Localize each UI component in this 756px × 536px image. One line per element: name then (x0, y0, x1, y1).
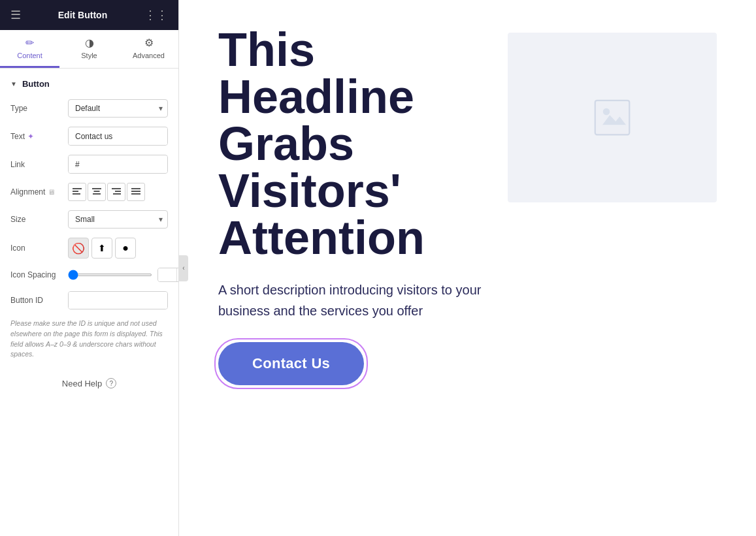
canvas-left-column: This Headline Grabs Visitors' Attention … (218, 26, 482, 385)
icon-choice-buttons: 🚫 ⬆ ● (68, 238, 136, 259)
placeholder-image-icon (593, 98, 632, 137)
hamburger-icon[interactable]: ☰ (10, 8, 21, 22)
link-field-row: Link ⚙ ☰ (10, 155, 168, 174)
tab-style[interactable]: ◑ Style (59, 30, 119, 68)
edit-panel: ☰ Edit Button ⋮⋮ ✏ Content ◑ Style ⚙ Adv… (0, 0, 179, 536)
align-left-button[interactable] (68, 183, 86, 201)
icon-spacing-slider-wrapper: ▲ ▼ (68, 268, 178, 282)
button-id-label: Button ID (10, 296, 63, 305)
icon-upload-button[interactable]: ⬆ (91, 238, 112, 259)
svg-point-13 (603, 108, 610, 116)
link-label: Link (10, 160, 63, 169)
canvas-headline: This Headline Grabs Visitors' Attention (218, 26, 482, 261)
icon-spacing-spinners: ▲ ▼ (176, 268, 178, 281)
icon-none-button[interactable]: 🚫 (68, 238, 89, 259)
help-icon: ? (106, 378, 116, 388)
align-justify-button[interactable] (127, 183, 145, 201)
icon-label: Icon (10, 244, 63, 253)
svg-rect-2 (73, 193, 80, 195)
svg-rect-4 (94, 191, 100, 192)
responsive-icon: 🖥 (48, 188, 55, 196)
need-help-label: Need Help (62, 379, 102, 388)
canvas-area: This Headline Grabs Visitors' Attention … (179, 0, 756, 536)
text-input[interactable] (69, 128, 168, 145)
svg-rect-6 (112, 188, 121, 189)
content-tab-icon: ✏ (25, 37, 34, 49)
panel-tabs: ✏ Content ◑ Style ⚙ Advanced (0, 30, 178, 69)
need-help-section[interactable]: Need Help ? (10, 370, 168, 396)
alignment-label: Alignment 🖥 (10, 187, 63, 197)
tab-content[interactable]: ✏ Content (0, 30, 59, 68)
icon-circle-button[interactable]: ● (115, 238, 136, 259)
type-field-row: Type Default Info Success Warning Danger (10, 99, 168, 118)
size-field-row: Size Extra Small Small Medium Large Extr… (10, 210, 168, 229)
align-center-button[interactable] (88, 183, 106, 201)
text-field-row: Text ✦ ☰ (10, 127, 168, 146)
align-right-button[interactable] (107, 183, 125, 201)
icon-spacing-field-row: Icon Spacing ▲ ▼ (10, 268, 168, 282)
grid-icon[interactable]: ⋮⋮ (144, 8, 168, 22)
canvas-image-placeholder (508, 33, 717, 202)
svg-rect-7 (115, 191, 121, 192)
section-arrow-icon: ▼ (10, 80, 17, 87)
button-id-field-row: Button ID ☰ (10, 291, 168, 309)
advanced-tab-icon: ⚙ (144, 37, 154, 49)
tab-advanced[interactable]: ⚙ Advanced (119, 30, 178, 68)
dynamic-icon: ✦ (27, 132, 34, 141)
link-input-wrapper: ⚙ ☰ (68, 155, 168, 174)
icon-spacing-increment[interactable]: ▲ (177, 268, 178, 275)
svg-rect-8 (113, 193, 121, 195)
button-id-hint: Please make sure the ID is unique and no… (10, 319, 168, 360)
svg-rect-11 (131, 193, 140, 195)
section-header: ▼ Button (10, 79, 168, 89)
panel-title: Edit Button (58, 10, 107, 20)
size-label: Size (10, 215, 63, 224)
tab-style-label: Style (81, 52, 97, 59)
tab-advanced-label: Advanced (133, 52, 165, 59)
size-select[interactable]: Extra Small Small Medium Large Extra Lar… (68, 210, 168, 229)
type-label: Type (10, 104, 63, 113)
type-select-wrapper: Default Info Success Warning Danger (68, 99, 168, 118)
panel-header: ☰ Edit Button ⋮⋮ (0, 0, 178, 30)
icon-spacing-decrement[interactable]: ▼ (177, 275, 178, 281)
icon-spacing-slider[interactable] (68, 274, 152, 276)
section-label: Button (22, 79, 50, 89)
panel-body: ▼ Button Type Default Info Success Warni… (0, 69, 178, 536)
button-id-input[interactable] (69, 292, 168, 309)
svg-rect-1 (73, 191, 78, 192)
cta-button[interactable]: Contact Us (218, 342, 364, 385)
link-input[interactable] (69, 156, 168, 173)
svg-rect-10 (131, 191, 140, 192)
size-select-wrapper: Extra Small Small Medium Large Extra Lar… (68, 210, 168, 229)
alignment-buttons (68, 183, 145, 201)
svg-rect-9 (131, 188, 140, 189)
icon-spacing-label: Icon Spacing (10, 270, 63, 279)
text-input-wrapper: ☰ (68, 127, 168, 146)
alignment-field-row: Alignment 🖥 (10, 183, 168, 201)
tab-content-label: Content (17, 52, 42, 59)
canvas-content: This Headline Grabs Visitors' Attention … (179, 0, 756, 411)
icon-spacing-number-input: ▲ ▼ (157, 268, 178, 282)
svg-rect-12 (595, 101, 630, 135)
svg-rect-5 (93, 193, 101, 195)
svg-rect-0 (73, 188, 82, 189)
style-tab-icon: ◑ (85, 37, 94, 49)
cta-wrapper: Contact Us (218, 342, 364, 385)
svg-rect-3 (92, 188, 101, 189)
type-select[interactable]: Default Info Success Warning Danger (68, 99, 168, 118)
panel-collapse-handle[interactable]: ‹ (179, 255, 188, 281)
text-label: Text ✦ (10, 132, 63, 141)
icon-spacing-number[interactable] (158, 268, 176, 281)
icon-field-row: Icon 🚫 ⬆ ● (10, 238, 168, 259)
button-id-input-wrapper: ☰ (68, 291, 168, 309)
canvas-description: A short description introducing visitors… (218, 279, 482, 321)
